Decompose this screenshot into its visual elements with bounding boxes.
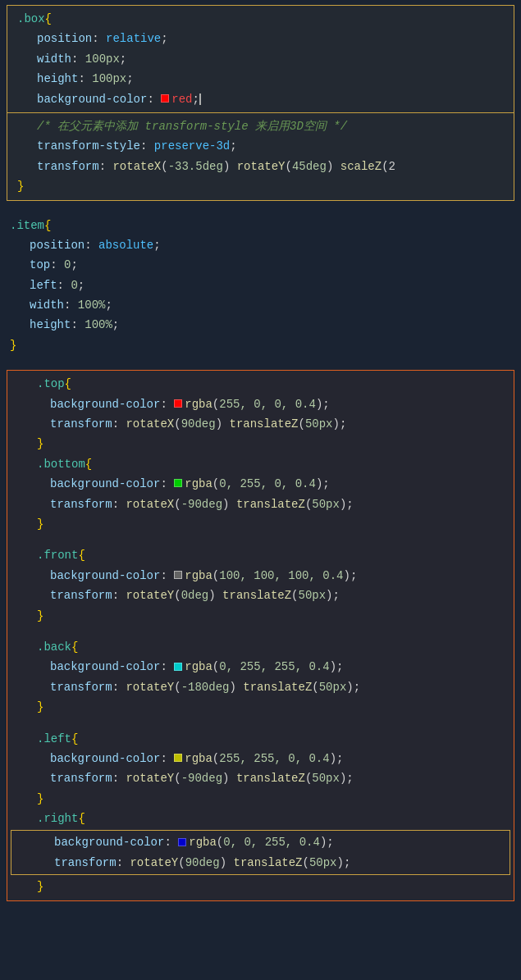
line-item-position: position: absolute;: [0, 235, 521, 255]
line-left-bgcolor: background-color: rgba(255, 255, 0, 0.4)…: [7, 749, 514, 768]
line-front-selector: .front{: [7, 545, 514, 565]
item-block: .item{ position: absolute; top: 0; left:…: [0, 214, 521, 358]
line-position: position: relative;: [7, 29, 514, 48]
line-close-front: }: [7, 606, 514, 626]
swatch-back: [174, 663, 182, 671]
selector-box: .box: [17, 10, 45, 28]
line-transform-box: transform: rotateX(-33.5deg) rotateY(45d…: [7, 157, 514, 176]
line-front-transform: transform: rotateY(0deg) translateZ(50px…: [7, 586, 514, 605]
box-block: .box{ position: relative; width: 100px; …: [7, 5, 514, 113]
line-left-transform: transform: rotateY(-90deg) translateZ(50…: [7, 768, 514, 788]
line-back-bgcolor: background-color: rgba(0, 255, 255, 0.4)…: [7, 657, 514, 677]
line-front-bgcolor: background-color: rgba(100, 100, 100, 0.…: [7, 566, 514, 586]
swatch-left: [174, 754, 182, 762]
swatch-bottom: [174, 479, 182, 487]
line-close-top: }: [7, 434, 514, 454]
swatch-top: [174, 399, 182, 408]
line-item-width: width: 100%;: [0, 295, 521, 315]
line-item-top: top: 0;: [0, 255, 521, 275]
line-comment: /* 在父元素中添加 transform-style 来启用3D空间 */: [7, 116, 514, 136]
swatch-right: [178, 838, 186, 846]
swatch-red: [161, 94, 169, 103]
line-height: height: 100px;: [7, 69, 514, 89]
line-close-back: }: [7, 697, 514, 717]
line-left-selector: .left{: [7, 729, 514, 749]
line-top-bgcolor: background-color: rgba(255, 0, 0, 0.4);: [7, 394, 514, 414]
swatch-front: [174, 571, 182, 579]
line-top-selector: .top{: [7, 374, 514, 394]
line-right-transform: transform: rotateY(90deg) translateZ(50p…: [11, 853, 510, 873]
line-box-selector: .box{: [7, 9, 514, 29]
line-width: width: 100px;: [7, 49, 514, 69]
line-bottom-bgcolor: background-color: rgba(0, 255, 0, 0.4);: [7, 474, 514, 494]
line-right-bgcolor: background-color: rgba(0, 0, 255, 0.4);: [11, 832, 510, 852]
line-back-selector: .back{: [7, 637, 514, 657]
line-item-selector: .item{: [0, 216, 521, 235]
line-back-transform: transform: rotateY(-180deg) translateZ(5…: [7, 677, 514, 697]
line-transform-style: transform-style: preserve-3d;: [7, 136, 514, 156]
line-close-item: }: [0, 335, 521, 355]
line-item-left: left: 0;: [0, 276, 521, 295]
code-editor: .box{ position: relative; width: 100px; …: [0, 0, 521, 906]
line-right-selector: .right{: [7, 809, 514, 828]
line-item-height: height: 100%;: [0, 315, 521, 335]
faces-block: .top{ background-color: rgba(255, 0, 0, …: [7, 370, 514, 900]
line-close-bottom: }: [7, 514, 514, 534]
line-bottom-selector: .bottom{: [7, 454, 514, 474]
line-top-transform: transform: rotateX(90deg) translateZ(50p…: [7, 414, 514, 434]
text-cursor: [199, 93, 201, 105]
right-sub-highlight: background-color: rgba(0, 0, 255, 0.4); …: [11, 830, 510, 875]
line-close-box: }: [7, 176, 514, 196]
line-bgcolor-red: background-color: red;: [7, 89, 514, 109]
comment-block: /* 在父元素中添加 transform-style 来启用3D空间 */ tr…: [7, 113, 514, 201]
line-close-left: }: [7, 789, 514, 809]
line-bottom-transform: transform: rotateX(-90deg) translateZ(50…: [7, 495, 514, 514]
line-close-right: }: [7, 877, 514, 896]
